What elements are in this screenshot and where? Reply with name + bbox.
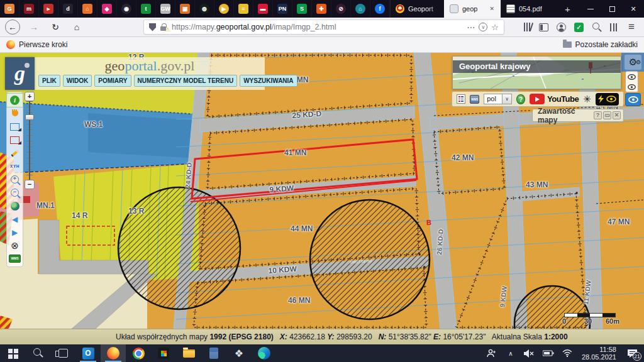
clock[interactable]: 11:58 28.05.2021 (578, 346, 620, 361)
taskbar-taskview-icon[interactable] (50, 344, 75, 362)
tool-forward-icon[interactable] (7, 226, 23, 239)
helm-icon[interactable]: ✳ (583, 94, 591, 105)
pinned-tab-tv[interactable]: ▸ (39, 0, 58, 18)
pinned-tab-facebook[interactable]: f (370, 0, 390, 18)
page-actions-icon[interactable]: ⋯ (467, 23, 475, 32)
tool-info-icon[interactable] (7, 94, 23, 107)
panel-close-button[interactable]: ✕ (613, 111, 621, 119)
pinned-tab-home[interactable]: ⌂ (78, 0, 97, 18)
back-button[interactable]: ← (5, 19, 20, 35)
tool-back-icon[interactable] (7, 212, 23, 226)
menu-plik[interactable]: PLIK (38, 75, 60, 87)
map-composition-icon[interactable]: WMS (470, 95, 479, 104)
extension-check-icon[interactable]: ✓ (574, 23, 584, 32)
pinned-tab-m[interactable]: m (19, 0, 39, 18)
help-icon[interactable]: ? (516, 94, 525, 104)
visibility-toggle-button[interactable] (625, 93, 641, 106)
taskbar-chrome-icon[interactable] (126, 344, 151, 362)
menu-wyszukiwania[interactable]: WYSZUKIWANIA (240, 75, 297, 87)
taskbar-firefox-icon[interactable] (101, 344, 126, 362)
tool-xyh-icon[interactable] (7, 160, 23, 173)
new-tab-button[interactable]: + (558, 0, 577, 18)
map-contents-panel-header[interactable]: Zawartość mapy ? ▭ ✕ (532, 109, 624, 122)
overview-minimap[interactable]: Geoportal krajowy (452, 56, 621, 89)
pinned-tab-box[interactable]: ▣ (175, 0, 195, 18)
tray-expand-icon[interactable]: ∧ (502, 344, 519, 362)
home-button[interactable]: ⌂ (69, 19, 84, 35)
pinned-tab-bdl[interactable]: ⌂ (351, 0, 370, 18)
minimize-button[interactable] (580, 0, 601, 18)
menu-widok[interactable]: WIDOK (63, 75, 92, 87)
bookmark-pierwsze-kroki[interactable]: Pierwsze kroki (19, 40, 67, 49)
tool-wms-icon[interactable] (7, 252, 23, 265)
map-canvas[interactable]: 12 R40 MN25 KD-D41 MN9 KDW42 MN43 MN44 M… (0, 53, 644, 329)
battery-icon[interactable] (540, 344, 557, 362)
tool-globe-icon[interactable] (7, 199, 23, 212)
panel-minimize-button[interactable]: ▭ (603, 111, 611, 119)
menu-pomiary[interactable]: POMIARY (94, 75, 131, 87)
pinned-tab-firefox[interactable]: ◉ (117, 0, 136, 18)
tracking-shield-icon[interactable] (149, 23, 156, 31)
extension-search-icon[interactable] (592, 22, 602, 32)
people-icon[interactable] (484, 344, 500, 362)
pinned-tab-bank[interactable]: ◆ (97, 0, 117, 18)
reload-button[interactable]: ↻ (48, 19, 63, 35)
url-text[interactable]: https://mapy.geoportal.gov.pl/imap/Imgp_… (172, 23, 463, 31)
forward-button[interactable]: → (26, 19, 42, 35)
tool-draw-icon[interactable] (7, 146, 23, 160)
pocket-icon[interactable]: ∨ (479, 23, 487, 31)
tool-zoom-out-icon[interactable] (7, 186, 23, 199)
language-select[interactable]: pol∨ (484, 94, 512, 104)
tab-pdf[interactable]: 054.pdf (501, 0, 558, 18)
tab-geoportal-map-active[interactable]: geop ✕ (444, 0, 501, 18)
taskbar-outlook-icon[interactable] (75, 344, 101, 362)
zoom-in-button[interactable]: + (25, 92, 35, 101)
slider-handle[interactable] (25, 114, 34, 120)
bookmark-star-icon[interactable]: ☆ (491, 23, 499, 32)
volume-muted-icon[interactable] (521, 344, 538, 362)
taskbar-store-icon[interactable] (151, 344, 176, 362)
close-window-button[interactable]: ✕ (623, 0, 644, 18)
zoom-slider[interactable]: + − (25, 92, 35, 190)
notification-center-icon[interactable]: 21 (623, 344, 641, 362)
taskbar-calculator-icon[interactable] (201, 344, 226, 362)
taskbar-search-icon[interactable] (25, 344, 50, 362)
pinned-tab-s[interactable]: S (292, 0, 312, 18)
youtube-button[interactable]: YouTube (530, 94, 579, 104)
taskbar-start-icon[interactable] (0, 344, 25, 362)
tool-select-blue-icon[interactable] (7, 120, 23, 133)
sidebar-icon[interactable] (539, 23, 548, 31)
tool-clear-icon[interactable] (7, 239, 23, 252)
contrast-mode-button[interactable] (596, 93, 619, 106)
pinned-tab-compass[interactable]: ◍ (195, 0, 214, 18)
tab-geoportal-start[interactable]: Geoport (390, 0, 444, 18)
eye-icon[interactable] (628, 74, 636, 80)
lock-icon[interactable]: ⚠ (160, 23, 168, 31)
url-bar[interactable]: ⚠ https://mapy.geoportal.gov.pl/imap/Img… (143, 19, 504, 35)
tool-zoom-in-icon[interactable] (7, 173, 23, 186)
taskbar-dropbox-icon[interactable] (226, 344, 252, 362)
eye-icon[interactable] (628, 84, 636, 90)
extension-grid-icon[interactable] (610, 23, 618, 31)
settings-gear-icon[interactable]: ⚙ (625, 55, 641, 70)
pinned-tab-plus[interactable]: ✚ (312, 0, 331, 18)
menu-hamburger-icon[interactable]: ≡ (626, 22, 636, 32)
library-icon[interactable] (524, 23, 531, 31)
other-bookmarks[interactable]: Pozostałe zakładki (563, 40, 638, 49)
pinned-tab-gw[interactable]: GW (156, 0, 175, 18)
close-tab-icon[interactable]: ✕ (488, 4, 496, 13)
wifi-icon[interactable] (559, 344, 575, 362)
pinned-tab-mbank[interactable]: ▬ (253, 0, 273, 18)
pinned-tab-pn[interactable]: PN (273, 0, 292, 18)
pinned-tab-d[interactable]: d (58, 0, 78, 18)
panel-help-button[interactable]: ? (594, 111, 602, 119)
pinned-tab-translate[interactable]: t (136, 0, 156, 18)
geoportal-logo[interactable]: g (5, 57, 35, 90)
legend-icon[interactable] (457, 94, 465, 104)
menu-numeryczny-model-terenu[interactable]: NUMERYCZNY MODEL TERENU (134, 75, 238, 87)
pinned-tab-docs[interactable]: ≡ (234, 0, 253, 18)
pinned-tab-blocked[interactable]: ⊘ (331, 0, 351, 18)
tool-pan-icon[interactable] (7, 107, 23, 120)
tool-select-red-icon[interactable] (7, 133, 23, 146)
restore-button[interactable] (601, 0, 623, 18)
